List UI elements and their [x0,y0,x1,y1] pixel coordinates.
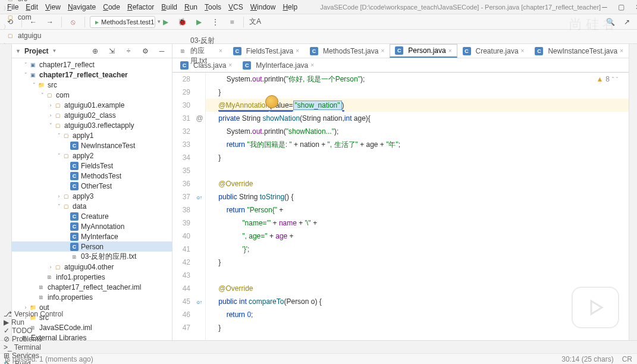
tree-node[interactable]: 🗎03-反射的应用.txt [12,252,172,262]
menu-build[interactable]: Build [158,2,181,12]
run-icon[interactable]: ▶ [159,16,172,28]
left-gutter-strip [0,44,12,340]
main-area: ▼ Project ▼ ⊕ ⇲ ÷ ⚙ ─ ˅▣chapter17_reflec… [0,44,637,340]
tree-node[interactable]: CFieldsTest [12,161,172,171]
tree-node[interactable]: ›▢apply3 [12,191,172,201]
tree-node[interactable]: CMyInterface [12,231,172,241]
tree-node[interactable]: ˅▢apply2 [12,150,172,161]
collapse-icon[interactable]: ÷ [122,45,135,57]
editor-tab[interactable]: CPerson.java× [390,44,457,58]
editor-tab[interactable]: CNewInstanceTest.java× [529,45,629,58]
tree-node[interactable]: 🗎info1.properties [12,272,172,282]
close-tab-icon[interactable]: × [310,62,314,68]
project-title: Project [24,47,49,55]
stop-icon[interactable]: ■ [225,16,239,28]
close-tab-icon[interactable]: × [219,48,222,54]
locate-icon[interactable]: ⊕ [89,45,102,57]
search-icon[interactable]: 🔍 [604,16,617,28]
tree-node[interactable]: ›▢atguigu04.other [12,262,172,272]
editor-tab[interactable]: CMyInterface.java× [237,59,319,72]
close-tab-icon[interactable]: × [228,62,232,68]
tree-node[interactable]: CMyAnnotation [12,221,172,231]
menu-vcs[interactable]: VCS [225,2,247,12]
breadcrumb-item[interactable]: ▢atguigu [4,31,103,40]
right-gutter-strip [629,44,637,340]
more-run-icon[interactable]: ⋮ [209,16,222,28]
menu-refactor[interactable]: Refactor [124,2,158,12]
caret-position[interactable]: 30:14 (25 chars) [561,355,613,363]
tree-node[interactable]: ˅▢data [12,201,172,211]
tree-node[interactable]: ˅▢apply1 [12,130,172,140]
navigation-bar: ▣ECode〉▣chapter17_reflect_teacher〉▢src〉▢… [0,30,637,44]
tree-node[interactable]: CPerson [12,241,172,252]
editor-tabs-row2: CClass.java×CMyInterface.java× [172,58,629,73]
tree-node[interactable]: CNewInstanceTest [12,140,172,150]
toolwindow-terminal[interactable]: >_Terminal [4,343,63,352]
project-tool-window: ▼ Project ▼ ⊕ ⇲ ÷ ⚙ ─ ˅▣chapter17_reflec… [12,44,172,340]
editor-tabs-row1: 🗎03-反射的应用.txt×CFieldsTest.java×CMethodsT… [172,44,629,58]
tree-node[interactable]: CCreature [12,211,172,221]
tree-node[interactable]: ›▢atguigu02_class [12,110,172,120]
gear-icon[interactable]: ⚙ [139,45,152,57]
hide-icon[interactable]: ─ [155,45,168,57]
tree-node[interactable]: ˅📁src [12,80,172,90]
tree-node[interactable]: ˅▣chapter17_reflect_teacher [12,70,172,80]
line-separator[interactable]: CR [622,355,632,363]
menu-run[interactable]: Run [181,2,201,12]
editor-tab[interactable]: CClass.java× [175,59,237,72]
maximize-icon[interactable]: ▢ [618,3,625,11]
breadcrumb-item[interactable]: ▢src [4,0,103,4]
line-number-gutter: 2829303132333435363738394041424344454647 [172,73,194,340]
close-tab-icon[interactable]: × [521,48,525,54]
tree-node[interactable]: 🗎info.properties [12,292,172,302]
minimize-icon[interactable]: ─ [602,3,607,11]
tree-node[interactable]: COtherTest [12,181,172,191]
marker-gutter: @o↑o↑ [194,73,206,340]
toolwindow-run[interactable]: ▶Run [4,318,63,327]
close-tab-icon[interactable]: × [296,48,299,54]
expand-icon[interactable]: ⇲ [105,45,118,57]
code-editor[interactable]: ▲ 8 ˆ ˇ 28293031323334353637383940414243… [172,73,629,340]
coverage-icon[interactable]: ▶ [192,16,205,28]
toolwindow-version-control[interactable]: ⎇Version Control [4,310,63,318]
close-tab-icon[interactable]: × [448,48,452,54]
status-message: ts passed: 1 (moments ago) [5,355,93,363]
tree-node[interactable]: CMethodsTest [12,171,172,181]
close-tab-icon[interactable]: × [620,48,623,54]
project-tree[interactable]: ˅▣chapter17_reflect˅▣chapter17_reflect_t… [12,58,172,340]
breadcrumb-item[interactable]: ▢com [4,12,103,22]
toolwindow-todo[interactable]: ✓TODO [4,327,63,335]
tree-node[interactable]: ˅▢com [12,90,172,100]
status-bar: ts passed: 1 (moments ago) 30:14 (25 cha… [0,353,637,364]
settings-icon[interactable]: ↗ [620,16,633,28]
translate-icon[interactable]: 文A [249,16,262,28]
menu-help[interactable]: Help [279,2,301,12]
dropdown-icon[interactable]: ▼ [52,48,57,54]
project-panel-header: ▼ Project ▼ ⊕ ⇲ ÷ ⚙ ─ [12,44,172,58]
tool-window-bar: ⎇Version Control▶Run✓TODO⊘Problems>_Term… [0,340,637,353]
run-config-label: MethodsTest.test1 [101,18,154,26]
editor-tab[interactable]: CMethodsTest.java× [305,45,390,58]
window-title: JavaSECode [D:\code\workspace_teach\Java… [320,4,601,11]
tree-node[interactable]: ˅▢atguigu03.reflectapply [12,120,172,130]
chevron-down-icon[interactable]: ▼ [15,48,21,54]
toolwindow-problems[interactable]: ⊘Problems [4,335,63,343]
menu-tools[interactable]: Tools [201,2,225,12]
window-controls: ─ ▢ ✕ [602,3,637,11]
editor-area: 🗎03-反射的应用.txt×CFieldsTest.java×CMethodsT… [172,44,629,340]
close-tab-icon[interactable]: × [381,48,384,54]
tree-node[interactable]: 🗎chapter17_reflect_teacher.iml [12,282,172,292]
tree-node[interactable]: ›▢atguigu01.example [12,100,172,110]
code-lines[interactable]: System.out.println("你好, 我是一个Person"); } … [206,73,629,340]
tree-node[interactable]: ˅▣chapter17_reflect [12,59,172,70]
debug-icon[interactable]: 🐞 [175,16,189,28]
menu-window[interactable]: Window [247,2,280,12]
editor-tab[interactable]: CCreature.java× [457,45,530,58]
editor-tab[interactable]: CFieldsTest.java× [228,45,305,58]
